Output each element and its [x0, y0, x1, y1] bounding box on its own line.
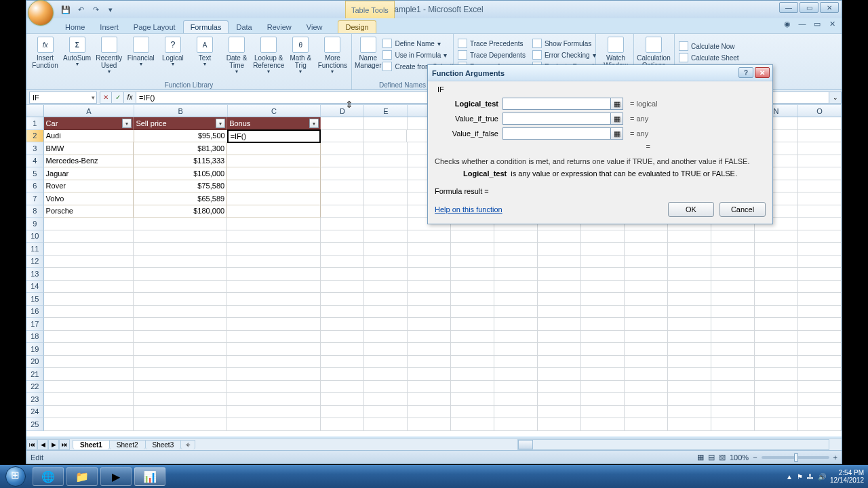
cell-K21[interactable] [625, 368, 668, 381]
cell-A24[interactable] [44, 406, 134, 419]
cell-B7[interactable]: $65,589 [134, 192, 227, 205]
cell-J22[interactable] [581, 381, 625, 394]
cell-B21[interactable] [134, 368, 227, 381]
cell-A6[interactable]: Rover [44, 180, 134, 193]
cell-A22[interactable] [44, 381, 134, 394]
cell-B15[interactable] [134, 293, 227, 306]
cell-C13[interactable] [227, 268, 321, 281]
cell-C21[interactable] [227, 368, 321, 381]
cell-J10[interactable] [581, 230, 625, 243]
cell-K18[interactable] [625, 331, 668, 344]
cell-D17[interactable] [321, 318, 364, 331]
cell-I24[interactable] [538, 406, 581, 419]
cell-E5[interactable] [364, 167, 408, 180]
cell-L10[interactable] [668, 230, 711, 243]
cell-M17[interactable] [711, 318, 755, 331]
cell-F25[interactable] [408, 418, 451, 431]
cell-D4[interactable] [321, 155, 364, 168]
insert-function-button[interactable]: fxInsert Function [29, 35, 61, 75]
cell-L16[interactable] [668, 306, 711, 319]
cell-B4[interactable]: $115,333 [134, 155, 227, 168]
cell-D12[interactable] [321, 256, 364, 268]
cell-B5[interactable]: $105,000 [134, 167, 227, 180]
cell-C2[interactable]: =IF() [227, 129, 321, 144]
cell-B12[interactable] [134, 256, 227, 268]
cell-H22[interactable] [494, 381, 538, 394]
tray-network-icon[interactable]: 🖧 [807, 473, 814, 481]
cell-A19[interactable] [44, 343, 134, 356]
cell-B11[interactable] [134, 243, 227, 256]
row-header-2[interactable]: 2 [26, 130, 44, 143]
cell-L21[interactable] [668, 368, 711, 381]
row-header-22[interactable]: 22 [26, 381, 44, 394]
cell-C3[interactable] [227, 142, 321, 155]
column-header-B[interactable]: B [134, 105, 228, 117]
sheet-nav-next[interactable]: ▶ [48, 439, 59, 450]
error-checking-button[interactable]: Error Checking ▾ [531, 49, 599, 60]
cell-A23[interactable] [44, 393, 134, 406]
office-button[interactable] [28, 0, 54, 26]
cell-O23[interactable] [798, 393, 842, 406]
cell-H17[interactable] [494, 318, 538, 331]
name-manager-button[interactable]: Name Manager [355, 35, 381, 72]
cell-I19[interactable] [538, 343, 581, 356]
cell-E4[interactable] [364, 155, 408, 168]
cell-I21[interactable] [538, 368, 581, 381]
row-header-7[interactable]: 7 [26, 192, 44, 205]
horizontal-scrollbar[interactable] [517, 439, 829, 450]
workbook-restore-icon[interactable]: ▭ [812, 20, 823, 28]
cell-D18[interactable] [321, 331, 364, 344]
cell-C14[interactable] [227, 281, 321, 293]
more-functions-button[interactable]: More Functions▾ [317, 35, 349, 75]
cell-G25[interactable] [451, 418, 494, 431]
cell-D13[interactable] [321, 268, 364, 281]
tab-design[interactable]: Design [338, 20, 376, 33]
cell-H20[interactable] [494, 356, 538, 369]
date-time-button[interactable]: Date & Time▾ [221, 35, 253, 75]
cell-J20[interactable] [581, 356, 625, 369]
cell-O6[interactable] [798, 180, 842, 193]
cell-M25[interactable] [711, 418, 755, 431]
view-page-layout-icon[interactable]: ▤ [708, 453, 715, 462]
cell-C18[interactable] [227, 331, 321, 344]
cell-B10[interactable] [134, 230, 227, 243]
cell-K20[interactable] [625, 356, 668, 369]
cell-L25[interactable] [668, 418, 711, 431]
cell-N15[interactable] [755, 293, 798, 306]
row-header-9[interactable]: 9 [26, 218, 44, 230]
cell-D9[interactable] [321, 218, 364, 230]
cell-K24[interactable] [625, 406, 668, 419]
cell-G12[interactable] [451, 256, 494, 268]
cell-B9[interactable] [134, 218, 227, 230]
tab-insert[interactable]: Insert [92, 20, 126, 33]
row-header-3[interactable]: 3 [26, 142, 44, 155]
ok-button[interactable]: OK [668, 202, 714, 217]
row-header-16[interactable]: 16 [26, 306, 44, 319]
cell-L22[interactable] [668, 381, 711, 394]
cell-A3[interactable]: BMW [44, 142, 134, 155]
arg-input-value_if_true[interactable] [502, 113, 611, 125]
cell-E10[interactable] [364, 230, 408, 243]
cell-A21[interactable] [44, 368, 134, 381]
cell-A12[interactable] [44, 256, 134, 268]
zoom-level[interactable]: 100% [730, 453, 749, 462]
cell-B8[interactable]: $180,000 [134, 205, 227, 218]
cell-E24[interactable] [364, 406, 408, 419]
cell-G16[interactable] [451, 306, 494, 319]
calculate-sheet-button[interactable]: Calculate Sheet [677, 52, 741, 63]
cell-D21[interactable] [321, 368, 364, 381]
cell-F11[interactable] [408, 243, 451, 256]
cell-A18[interactable] [44, 331, 134, 344]
cell-I23[interactable] [538, 393, 581, 406]
cell-L14[interactable] [668, 281, 711, 293]
cell-O5[interactable] [798, 167, 842, 180]
cell-O19[interactable] [798, 343, 842, 356]
cell-E9[interactable] [364, 218, 408, 230]
cell-O2[interactable] [798, 130, 842, 143]
cell-J17[interactable] [581, 318, 625, 331]
cell-C1[interactable]: Bonus▾ [227, 117, 321, 130]
view-normal-icon[interactable]: ▦ [697, 453, 704, 462]
recently-used-button[interactable]: Recently Used▾ [93, 35, 125, 75]
select-all-corner[interactable] [26, 105, 44, 117]
cell-G19[interactable] [451, 343, 494, 356]
